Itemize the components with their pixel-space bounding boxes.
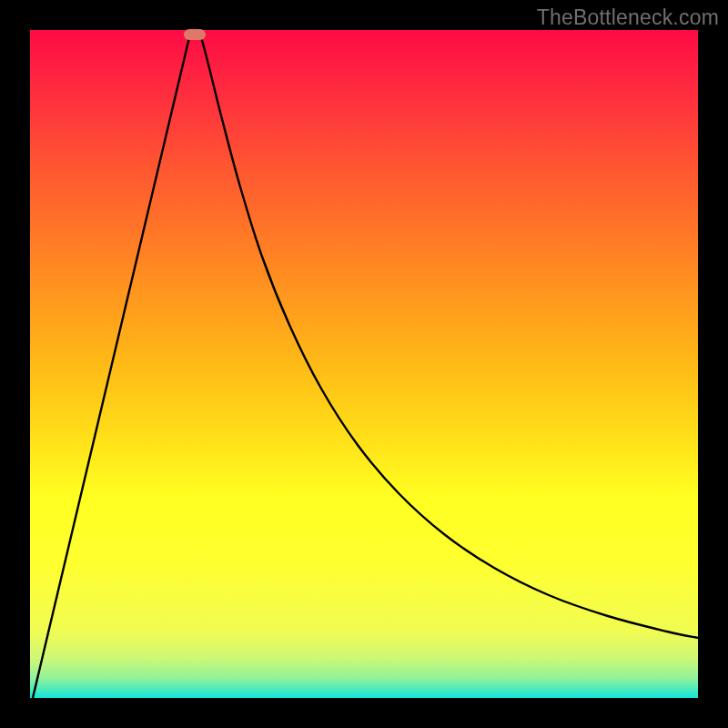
bottleneck-curve <box>33 32 698 698</box>
optimum-marker <box>184 29 206 40</box>
chart-stage: TheBottleneck.com <box>0 0 728 728</box>
watermark-text: TheBottleneck.com <box>537 5 719 30</box>
plot-area <box>30 30 698 698</box>
curve-svg <box>30 30 698 698</box>
